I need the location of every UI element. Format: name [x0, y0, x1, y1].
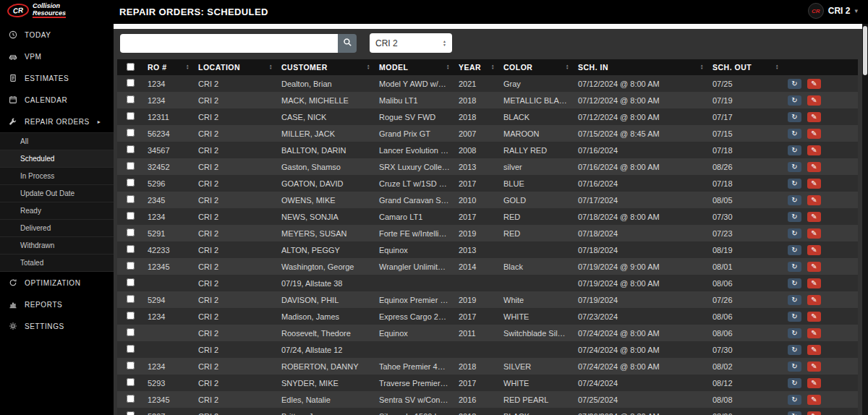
row-checkbox[interactable]: [127, 328, 135, 336]
table-row[interactable]: 5294 CRI 2 DAVISON, PHIL Equinox Premier…: [117, 291, 858, 308]
table-row[interactable]: 5291 CRI 2 MEYERS, SUSAN Forte FE w/Inte…: [117, 225, 858, 241]
sync-button[interactable]: ↻: [788, 395, 801, 405]
col-header-sch-out[interactable]: SCH. OUT▲▼: [708, 59, 783, 75]
sidebar-item-repair-orders[interactable]: REPAIR ORDERS ▸: [0, 111, 114, 132]
table-row[interactable]: 2345 CRI 2 OWENS, MIKE Grand Caravan SXT…: [117, 192, 858, 208]
table-row[interactable]: 5296 CRI 2 GOATON, DAVID Cruze LT w/1SD …: [117, 175, 858, 192]
table-row[interactable]: 56234 CRI 2 MILLER, JACK Grand Prix GT 2…: [117, 125, 858, 142]
table-row[interactable]: 5293 CRI 2 SNYDER, MIKE Traverse Premier…: [117, 375, 858, 391]
sync-button[interactable]: ↻: [788, 79, 801, 89]
sidebar-item-calendar[interactable]: CALENDAR: [0, 89, 114, 111]
sort-icon[interactable]: ▲▼: [775, 64, 779, 71]
row-checkbox[interactable]: [127, 79, 135, 87]
row-checkbox[interactable]: [127, 295, 135, 303]
col-header-location[interactable]: LOCATION▲▼: [194, 59, 277, 75]
edit-button[interactable]: ✎: [807, 228, 821, 239]
edit-button[interactable]: ✎: [807, 112, 821, 122]
col-header-model[interactable]: MODEL▲▼: [375, 59, 454, 75]
table-row[interactable]: 1234 CRI 2 Dealton, Brian Model Y AWD w/…: [117, 75, 858, 92]
table-row[interactable]: CRI 2 Roosevelt, Thedore Equinox 2011 Sw…: [117, 325, 858, 341]
sort-icon[interactable]: ▲▼: [269, 64, 273, 71]
row-checkbox[interactable]: [127, 312, 135, 320]
sync-button[interactable]: ↻: [788, 228, 801, 239]
table-row[interactable]: CRI 2 07/19, Allstate 38 07/19/2024 @ 8:…: [117, 275, 858, 291]
row-checkbox[interactable]: [127, 395, 135, 403]
edit-button[interactable]: ✎: [807, 345, 821, 355]
sidebar-subitem-totaled[interactable]: Totaled: [0, 254, 114, 272]
edit-button[interactable]: ✎: [807, 262, 821, 272]
sort-icon[interactable]: ▲▼: [491, 64, 495, 71]
sync-button[interactable]: ↻: [788, 195, 801, 205]
col-header-customer[interactable]: CUSTOMER▲▼: [277, 59, 375, 75]
row-checkbox[interactable]: [127, 179, 135, 187]
sidebar-subitem-all[interactable]: All: [0, 133, 114, 150]
sync-button[interactable]: ↻: [788, 95, 801, 106]
sync-button[interactable]: ↻: [788, 295, 801, 305]
table-row[interactable]: 1234 CRI 2 ROBERTON, DANNY Tahoe Premier…: [117, 358, 858, 375]
col-header-ro[interactable]: RO #▲▼: [143, 59, 194, 75]
sync-button[interactable]: ↻: [788, 262, 801, 272]
table-row[interactable]: 5297 CRI 2 Britton, Joe Silverado 1500 L…: [117, 408, 858, 415]
edit-button[interactable]: ✎: [807, 145, 821, 155]
edit-button[interactable]: ✎: [807, 278, 821, 288]
sort-icon[interactable]: ▲▼: [367, 64, 370, 71]
location-select[interactable]: CRI 2 ▲▼: [370, 33, 452, 53]
sync-button[interactable]: ↻: [788, 312, 801, 322]
sync-button[interactable]: ↻: [788, 411, 801, 415]
table-row[interactable]: 34567 CRI 2 BALLTON, DARIN Lancer Evolut…: [117, 142, 858, 158]
edit-button[interactable]: ✎: [807, 378, 821, 388]
row-checkbox[interactable]: [127, 262, 135, 270]
scrollbar-thumb[interactable]: [863, 26, 867, 75]
edit-button[interactable]: ✎: [807, 212, 821, 222]
sync-button[interactable]: ↻: [788, 245, 801, 255]
sort-icon[interactable]: ▲▼: [566, 64, 569, 71]
sidebar-item-today[interactable]: TODAY: [0, 24, 114, 46]
sync-button[interactable]: ↻: [788, 145, 801, 155]
sidebar-subitem-scheduled[interactable]: Scheduled: [0, 150, 114, 168]
scrollbar[interactable]: [862, 24, 868, 415]
table-row[interactable]: 1234 CRI 2 NEWS, SONJIA Camaro LT1 2017 …: [117, 208, 858, 225]
row-checkbox[interactable]: [127, 378, 135, 386]
row-checkbox[interactable]: [127, 195, 135, 203]
table-row[interactable]: 42233 CRI 2 ALTON, PEGGY Equinox 2013 07…: [117, 241, 858, 258]
sync-button[interactable]: ↻: [788, 129, 801, 139]
edit-button[interactable]: ✎: [807, 195, 821, 205]
sidebar-subitem-delivered[interactable]: Delivered: [0, 220, 114, 237]
sort-icon[interactable]: ▲▼: [186, 64, 190, 71]
sync-button[interactable]: ↻: [788, 112, 801, 122]
sync-button[interactable]: ↻: [788, 361, 801, 372]
search-button[interactable]: [338, 34, 357, 53]
col-header-year[interactable]: YEAR▲▼: [454, 59, 499, 75]
row-checkbox[interactable]: [127, 112, 135, 120]
edit-button[interactable]: ✎: [807, 328, 821, 338]
sync-button[interactable]: ↻: [788, 278, 801, 288]
sort-icon[interactable]: ▲▼: [700, 64, 704, 71]
table-row[interactable]: 12311 CRI 2 CASE, NICK Rogue SV FWD 2018…: [117, 108, 858, 125]
table-row[interactable]: 32452 CRI 2 Gaston, Shamso SRX Luxury Co…: [117, 158, 858, 175]
table-row[interactable]: 1234 CRI 2 MACK, MICHELLE Malibu LT1 201…: [117, 92, 858, 108]
row-checkbox[interactable]: [127, 361, 135, 369]
sync-button[interactable]: ↻: [788, 212, 801, 222]
sidebar-item-vpm[interactable]: VPM: [0, 46, 114, 67]
sync-button[interactable]: ↻: [788, 328, 801, 338]
sort-icon[interactable]: ▲▼: [446, 64, 450, 71]
sidebar-item-settings[interactable]: SETTINGS: [0, 315, 114, 337]
edit-button[interactable]: ✎: [807, 79, 821, 89]
col-header-color[interactable]: COLOR▲▼: [499, 59, 574, 75]
sidebar-subitem-update-out-date[interactable]: Update Out Date: [0, 185, 114, 202]
edit-button[interactable]: ✎: [807, 312, 821, 322]
edit-button[interactable]: ✎: [807, 295, 821, 305]
row-checkbox[interactable]: [127, 162, 135, 170]
edit-button[interactable]: ✎: [807, 245, 821, 255]
sidebar-item-optimization[interactable]: OPTIMIZATION: [0, 272, 114, 294]
row-checkbox[interactable]: [127, 95, 135, 103]
app-logo[interactable]: CR Collision Resources: [7, 2, 66, 18]
edit-button[interactable]: ✎: [807, 95, 821, 106]
sidebar-subitem-in-process[interactable]: In Process: [0, 168, 114, 185]
row-checkbox[interactable]: [127, 129, 135, 137]
table-row[interactable]: 12345 CRI 2 Washington, George Wrangler …: [117, 258, 858, 275]
sidebar-subitem-withdrawn[interactable]: Withdrawn: [0, 237, 114, 254]
sidebar-item-reports[interactable]: REPORTS: [0, 294, 114, 315]
sidebar-subitem-ready[interactable]: Ready: [0, 202, 114, 220]
row-checkbox[interactable]: [127, 245, 135, 253]
